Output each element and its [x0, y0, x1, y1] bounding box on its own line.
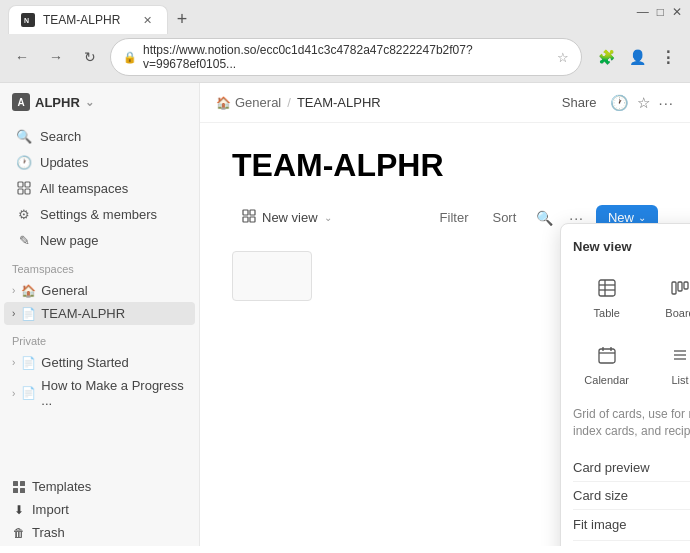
sidebar-item-search[interactable]: 🔍 Search: [4, 123, 195, 149]
url-text: https://www.notion.so/ecc0c1d41c3c4782a4…: [143, 43, 551, 71]
breadcrumb-parent[interactable]: 🏠 General: [216, 95, 281, 110]
getting-started-icon: 📄: [21, 356, 35, 370]
new-button-chevron: ⌄: [638, 212, 646, 223]
address-bar[interactable]: 🔒 https://www.notion.so/ecc0c1d41c3c4782…: [110, 38, 582, 76]
how-to-make-icon: 📄: [21, 386, 35, 400]
tab-close-icon[interactable]: ✕: [139, 12, 155, 28]
topbar: 🏠 General / TEAM-ALPHR Share 🕐 ☆ ···: [200, 83, 690, 123]
how-to-make-chevron: ›: [12, 388, 15, 399]
sort-button[interactable]: Sort: [484, 206, 524, 229]
refresh-button[interactable]: ↻: [76, 43, 104, 71]
option-fit-image: Fit image: [573, 510, 690, 541]
forward-button[interactable]: →: [42, 43, 70, 71]
svg-rect-8: [13, 488, 18, 493]
view-description: Grid of cards, use for mood boards, inde…: [573, 406, 690, 440]
new-view-dropdown: New view ✕: [560, 223, 690, 546]
new-tab-button[interactable]: +: [168, 6, 196, 34]
card-preview-label: Card preview: [573, 460, 650, 475]
view-types-grid: Table Board: [573, 268, 690, 396]
more-options-icon[interactable]: ···: [658, 94, 674, 111]
sidebar-item-general[interactable]: › 🏠 General: [4, 279, 195, 302]
view-grid-icon: [242, 209, 256, 226]
option-card-size: Card size Medium ›: [573, 482, 690, 510]
sidebar-item-new-page[interactable]: ✎ New page: [4, 227, 195, 253]
workspace-name[interactable]: A ALPHR ⌄: [12, 93, 94, 111]
sidebar: A ALPHR ⌄ 🔍 Search 🕐 Updates: [0, 83, 200, 546]
star-icon[interactable]: ☆: [557, 50, 569, 65]
card-size-label: Card size: [573, 488, 628, 503]
search-icon[interactable]: 🔍: [532, 206, 557, 230]
view-chevron: ⌄: [324, 212, 332, 223]
sidebar-item-all-teamspaces[interactable]: All teamspaces: [4, 175, 195, 201]
svg-rect-7: [20, 481, 25, 486]
calendar-icon: [597, 345, 617, 370]
view-type-table[interactable]: Table: [573, 268, 640, 329]
svg-rect-9: [20, 488, 25, 493]
profile-icon[interactable]: 👤: [623, 43, 651, 71]
maximize-button[interactable]: □: [657, 5, 664, 19]
share-button[interactable]: Share: [556, 91, 603, 114]
sidebar-item-team-alphr[interactable]: › 📄 TEAM-ALPHR: [4, 302, 195, 325]
breadcrumb: 🏠 General / TEAM-ALPHR: [216, 95, 548, 110]
option-card-preview: Card preview Page content ›: [573, 454, 690, 482]
main-content: 🏠 General / TEAM-ALPHR Share 🕐 ☆ ··· TEA…: [200, 83, 690, 546]
calendar-label: Calendar: [584, 374, 629, 386]
star-icon[interactable]: ☆: [637, 94, 650, 112]
sidebar-item-settings[interactable]: ⚙ Settings & members: [4, 201, 195, 227]
svg-rect-24: [599, 349, 615, 363]
tab-favicon: N: [21, 13, 35, 27]
browser-tab[interactable]: N TEAM-ALPHR ✕: [8, 5, 168, 34]
page-content: TEAM-ALPHR New view ⌄ Filter Sort 🔍 ···: [200, 123, 690, 546]
svg-rect-3: [25, 182, 30, 187]
sidebar-header: A ALPHR ⌄: [0, 83, 199, 121]
breadcrumb-current: TEAM-ALPHR: [297, 95, 381, 110]
filter-button[interactable]: Filter: [432, 206, 477, 229]
lock-icon: 🔒: [123, 51, 137, 64]
list-icon: [670, 345, 690, 370]
view-type-list[interactable]: List: [646, 335, 690, 396]
svg-rect-12: [243, 217, 248, 222]
updates-icon: 🕐: [16, 154, 32, 170]
view-type-board[interactable]: Board: [646, 268, 690, 329]
minimize-button[interactable]: —: [637, 5, 649, 19]
team-alphr-chevron: ›: [12, 308, 15, 319]
table-icon: [597, 278, 617, 303]
view-type-calendar[interactable]: Calendar: [573, 335, 640, 396]
team-alphr-icon: 📄: [21, 307, 35, 321]
sidebar-item-import[interactable]: ⬇ Import: [4, 498, 195, 521]
browser-more-icon[interactable]: ⋮: [654, 43, 682, 71]
private-group: › 📄 Getting Started › 📄 How to Make a Pr…: [4, 351, 195, 412]
workspace-chevron: ⌄: [85, 96, 94, 109]
svg-rect-5: [25, 189, 30, 194]
sidebar-item-templates[interactable]: Templates: [4, 475, 195, 498]
history-icon[interactable]: 🕐: [610, 94, 629, 112]
back-button[interactable]: ←: [8, 43, 36, 71]
settings-icon: ⚙: [16, 206, 32, 222]
dropdown-header: New view ✕: [573, 236, 690, 256]
sidebar-item-trash[interactable]: 🗑 Trash: [4, 521, 195, 544]
fit-image-label: Fit image: [573, 517, 626, 532]
workspace-avatar: A: [12, 93, 30, 111]
general-icon: 🏠: [21, 284, 35, 298]
getting-started-chevron: ›: [12, 357, 15, 368]
svg-rect-19: [678, 282, 682, 291]
breadcrumb-separator: /: [287, 95, 291, 110]
extensions-icon[interactable]: 🧩: [592, 43, 620, 71]
svg-rect-14: [599, 280, 615, 296]
svg-rect-11: [250, 210, 255, 215]
svg-text:N: N: [24, 17, 29, 24]
board-label: Board: [665, 307, 690, 319]
svg-rect-13: [250, 217, 255, 222]
sidebar-item-updates[interactable]: 🕐 Updates: [4, 149, 195, 175]
new-view-button[interactable]: New view ⌄: [232, 204, 342, 231]
teamspaces-section-label: Teamspaces: [0, 255, 199, 277]
templates-icon: [12, 480, 26, 494]
sidebar-item-how-to-make[interactable]: › 📄 How to Make a Progress ...: [4, 374, 195, 412]
list-label: List: [671, 374, 688, 386]
close-button[interactable]: ✕: [672, 5, 682, 19]
teamspaces-icon: [16, 180, 32, 196]
svg-rect-2: [18, 182, 23, 187]
tab-title: TEAM-ALPHR: [43, 13, 120, 27]
sidebar-item-getting-started[interactable]: › 📄 Getting Started: [4, 351, 195, 374]
svg-rect-10: [243, 210, 248, 215]
